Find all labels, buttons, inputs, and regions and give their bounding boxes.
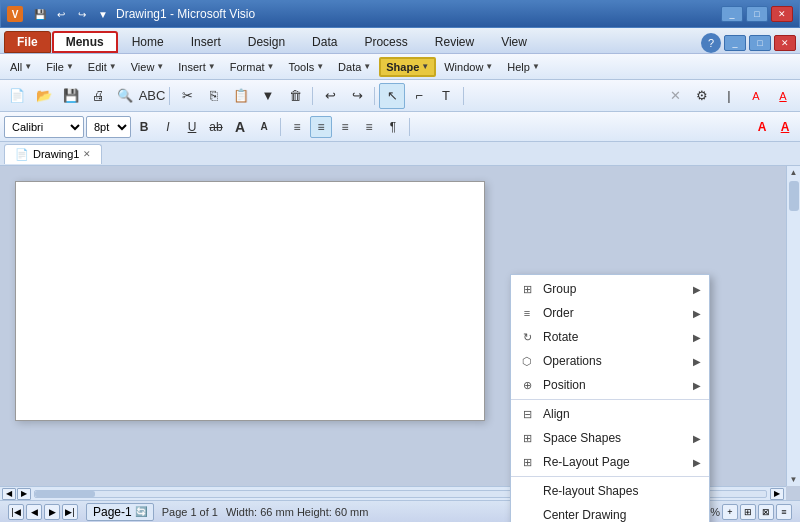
menu-item-relayout-shapes-label: Re-layout Shapes <box>543 484 638 498</box>
menu-item-center-drawing[interactable]: Center Drawing <box>511 503 709 522</box>
highlight-btn[interactable]: A <box>774 116 796 138</box>
tab-menus[interactable]: Menus <box>52 31 118 53</box>
scroll-left-btn[interactable]: ◀ <box>2 488 16 500</box>
print-btn[interactable]: 🖨 <box>85 83 111 109</box>
tab-process[interactable]: Process <box>351 31 420 53</box>
font-grow-btn[interactable]: A <box>229 116 251 138</box>
tab-design[interactable]: Design <box>235 31 298 53</box>
menu-item-align[interactable]: ⊟ Align <box>511 402 709 426</box>
menu-help[interactable]: Help ▼ <box>501 58 546 76</box>
right-panel-btn3[interactable]: | <box>716 83 742 109</box>
right-panel-btn2[interactable]: ⚙ <box>689 83 715 109</box>
align-right-btn[interactable]: ≡ <box>334 116 356 138</box>
scroll-right-btn[interactable]: ▶ <box>17 488 31 500</box>
menu-item-group[interactable]: ⊞ Group ▶ <box>511 277 709 301</box>
help-icon[interactable]: ? <box>701 33 721 53</box>
ribbon-restore-btn[interactable]: □ <box>749 35 771 51</box>
menu-file[interactable]: File ▼ <box>40 58 80 76</box>
scroll-down-btn[interactable]: ▼ <box>790 475 798 484</box>
close-button[interactable]: ✕ <box>771 6 793 22</box>
spell-btn[interactable]: ABC <box>139 83 165 109</box>
font-color-btn[interactable]: A <box>751 116 773 138</box>
save-quick-btn[interactable]: 💾 <box>31 5 49 23</box>
menu-item-order[interactable]: ≡ Order ▶ <box>511 301 709 325</box>
tab-view[interactable]: View <box>488 31 540 53</box>
space-shapes-arrow-icon: ▶ <box>693 433 701 444</box>
right-panel-btn4[interactable]: A <box>743 83 769 109</box>
sep3 <box>374 87 375 105</box>
page-number: Page 1 of 1 <box>162 506 218 518</box>
menu-item-rotate[interactable]: ↻ Rotate ▶ <box>511 325 709 349</box>
justify-btn[interactable]: ≡ <box>358 116 380 138</box>
bold-btn[interactable]: B <box>133 116 155 138</box>
paragraph-btn[interactable]: ¶ <box>382 116 404 138</box>
h-scrollbar-thumb[interactable] <box>35 491 95 497</box>
align-left-btn[interactable]: ≡ <box>286 116 308 138</box>
page-tab[interactable]: Page-1 🔄 <box>86 503 154 521</box>
strikethrough-btn[interactable]: ab <box>205 116 227 138</box>
status-icon-3[interactable]: + <box>722 504 738 520</box>
delete-btn[interactable]: 🗑 <box>282 83 308 109</box>
text-tool-btn[interactable]: T <box>433 83 459 109</box>
font-select[interactable]: Calibri <box>4 116 84 138</box>
status-icon-5[interactable]: ⊠ <box>758 504 774 520</box>
cut-btn[interactable]: ✂ <box>174 83 200 109</box>
scroll-end-btn[interactable]: ▶ <box>770 488 784 500</box>
status-icon-6[interactable]: ≡ <box>776 504 792 520</box>
menu-item-space-shapes[interactable]: ⊞ Space Shapes ▶ <box>511 426 709 450</box>
right-panel-btn5[interactable]: A <box>770 83 796 109</box>
copy-btn[interactable]: ⎘ <box>201 83 227 109</box>
undo-btn[interactable]: ↩ <box>317 83 343 109</box>
scrollbar-thumb[interactable] <box>789 181 799 211</box>
status-icon-4[interactable]: ⊞ <box>740 504 756 520</box>
vertical-scrollbar[interactable]: ▲ ▼ <box>786 166 800 486</box>
menu-item-relayout-shapes[interactable]: Re-layout Shapes <box>511 479 709 503</box>
menu-window[interactable]: Window ▼ <box>438 58 499 76</box>
menu-insert[interactable]: Insert ▼ <box>172 58 221 76</box>
menu-tools[interactable]: Tools ▼ <box>282 58 330 76</box>
menu-item-position[interactable]: ⊕ Position ▶ <box>511 373 709 397</box>
menu-data[interactable]: Data ▼ <box>332 58 377 76</box>
underline-btn[interactable]: U <box>181 116 203 138</box>
menu-all[interactable]: All ▼ <box>4 58 38 76</box>
font-size-select[interactable]: 8pt <box>86 116 131 138</box>
next-page-btn[interactable]: ▶ <box>44 504 60 520</box>
menu-shape[interactable]: Shape ▼ <box>379 57 436 77</box>
menu-item-relayout-page[interactable]: ⊞ Re-Layout Page ▶ <box>511 450 709 474</box>
ribbon-close-btn[interactable]: ✕ <box>774 35 796 51</box>
preview-btn[interactable]: 🔍 <box>112 83 138 109</box>
new-btn[interactable]: 📄 <box>4 83 30 109</box>
minimize-button[interactable]: _ <box>721 6 743 22</box>
menu-item-operations[interactable]: ⬡ Operations ▶ <box>511 349 709 373</box>
menu-view[interactable]: View ▼ <box>125 58 171 76</box>
align-center-btn[interactable]: ≡ <box>310 116 332 138</box>
doc-tab-drawing1[interactable]: 📄 Drawing1 ✕ <box>4 144 102 164</box>
restore-button[interactable]: □ <box>746 6 768 22</box>
open-btn[interactable]: 📂 <box>31 83 57 109</box>
save-btn[interactable]: 💾 <box>58 83 84 109</box>
first-page-btn[interactable]: |◀ <box>8 504 24 520</box>
tab-home[interactable]: Home <box>119 31 177 53</box>
paste-btn[interactable]: 📋 <box>228 83 254 109</box>
undo-quick-btn[interactable]: ↩ <box>52 5 70 23</box>
doc-tab-close-btn[interactable]: ✕ <box>83 149 91 159</box>
paste-special-btn[interactable]: ▼ <box>255 83 281 109</box>
connector-tool-btn[interactable]: ⌐ <box>406 83 432 109</box>
ribbon-minimize-btn[interactable]: _ <box>724 35 746 51</box>
drawing-canvas[interactable] <box>15 181 485 421</box>
scroll-up-btn[interactable]: ▲ <box>790 168 798 177</box>
last-page-btn[interactable]: ▶| <box>62 504 78 520</box>
redo-btn[interactable]: ↪ <box>344 83 370 109</box>
tab-data[interactable]: Data <box>299 31 350 53</box>
tab-review[interactable]: Review <box>422 31 487 53</box>
menu-format[interactable]: Format ▼ <box>224 58 281 76</box>
prev-page-btn[interactable]: ◀ <box>26 504 42 520</box>
tab-file[interactable]: File <box>4 31 51 53</box>
quick-dropdown-btn[interactable]: ▼ <box>94 5 112 23</box>
menu-edit[interactable]: Edit ▼ <box>82 58 123 76</box>
tab-insert[interactable]: Insert <box>178 31 234 53</box>
pointer-btn[interactable]: ↖ <box>379 83 405 109</box>
redo-quick-btn[interactable]: ↪ <box>73 5 91 23</box>
font-shrink-btn[interactable]: A <box>253 116 275 138</box>
italic-btn[interactable]: I <box>157 116 179 138</box>
